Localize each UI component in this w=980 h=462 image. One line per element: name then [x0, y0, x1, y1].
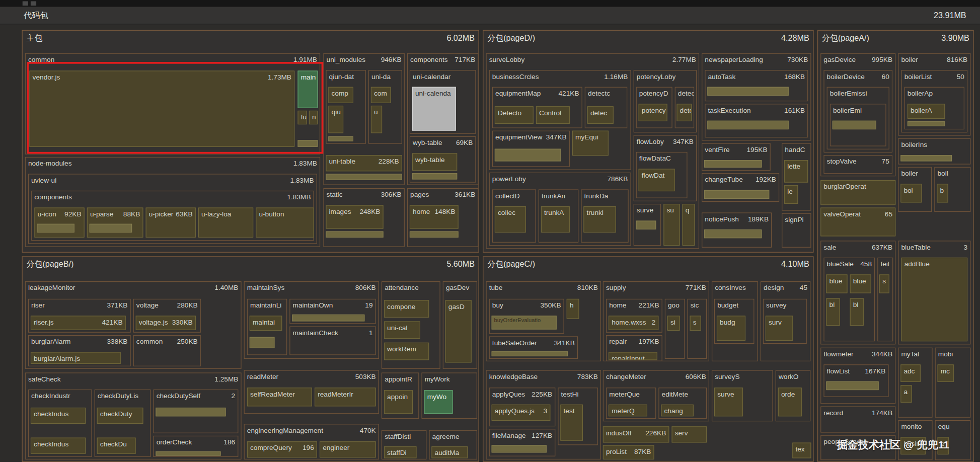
treemap-root-header[interactable]: 代码包 23.91MB — [0, 7, 980, 25]
treemap-node-uni-calenda[interactable]: uni-calenda — [412, 87, 456, 131]
treemap-node-potency[interactable]: potency — [639, 104, 667, 121]
treemap-node-checkindus[interactable]: checkIndus — [31, 438, 86, 454]
treemap-node-checkduty[interactable]: checkDuty — [97, 408, 143, 424]
treemap-node-riser.js[interactable]: riser.js421KB — [31, 316, 126, 330]
treemap-node-u-icon[interactable]: u-icon92KB — [34, 207, 84, 238]
treemap-node-uni-table[interactable]: uni-table228KB — [326, 155, 402, 171]
treemap-node-feil[interactable]: feil — [877, 258, 893, 341]
node-label: changeTube — [705, 175, 743, 184]
treemap-node-mytal[interactable]: myTal — [898, 348, 932, 418]
node-size: 50 — [957, 72, 964, 81]
treemap-node-checkindus[interactable]: checkIndus — [31, 408, 86, 424]
treemap-node-surve[interactable]: surve — [714, 388, 743, 416]
treemap-node-test[interactable]: test — [560, 405, 583, 441]
treemap-node-images[interactable]: images248KB — [326, 205, 383, 228]
treemap-node-budg[interactable]: budg — [717, 316, 745, 341]
treemap-node-addblue[interactable]: addBlue — [901, 258, 967, 341]
treemap-node-mc[interactable]: mc — [938, 364, 954, 382]
treemap-node-applyques.js[interactable]: applyQues.js3 — [492, 405, 551, 421]
treemap-node-stopvalve[interactable]: stopValve75 — [823, 155, 892, 174]
treemap-node-dete[interactable]: dete — [676, 104, 692, 121]
treemap-node-qiu[interactable]: qiu — [328, 106, 343, 133]
treemap-node-blue[interactable]: blue — [826, 274, 847, 293]
treemap-node-valveoperat[interactable]: valveOperat65 — [820, 207, 895, 236]
treemap-node-su[interactable]: su — [663, 204, 680, 246]
treemap-node-bl[interactable]: bl — [826, 298, 840, 326]
treemap-node-mobi[interactable]: mobi — [935, 348, 971, 418]
treemap-node-u[interactable]: u — [371, 106, 382, 133]
treemap-node-auditma[interactable]: auditMa — [431, 446, 468, 458]
treemap-node-orde[interactable]: orde — [778, 388, 802, 416]
treemap-node-appoin[interactable]: appoin — [384, 390, 413, 414]
treemap-node-flowlist[interactable]: flowList167KB — [823, 364, 888, 397]
treemap-node-buyorderevaluatio[interactable]: buyOrderEvaluatio — [492, 316, 557, 329]
treemap-node-tex[interactable]: tex — [792, 442, 811, 458]
treemap-node-compone[interactable]: compone — [384, 300, 429, 318]
treemap-node-detecto[interactable]: Detecto — [495, 106, 534, 124]
node-size: 6.02MB — [446, 33, 475, 44]
treemap-node-maintaincheck[interactable]: maintainCheck1 — [289, 326, 375, 355]
treemap-node-bl[interactable]: bl — [850, 298, 864, 326]
treemap-node-boilera[interactable]: boilerA — [908, 104, 945, 119]
treemap-node-main[interactable]: main — [297, 70, 318, 108]
treemap-node-wyb-table[interactable]: wyb-table — [412, 153, 457, 171]
treemap-node-flowdat[interactable]: flowDat — [639, 169, 675, 191]
treemap-node-chang[interactable]: chang — [661, 405, 694, 417]
treemap-node-staffdi[interactable]: staffDi — [384, 446, 417, 458]
treemap-node-a[interactable]: a — [900, 385, 912, 403]
treemap-node-q[interactable]: q — [683, 204, 695, 246]
treemap-node-blue[interactable]: blue — [850, 274, 871, 293]
treemap-node-voltage.js[interactable]: voltage.js330KB — [136, 316, 196, 330]
treemap-node-home[interactable]: home148KB — [410, 205, 459, 228]
treemap-node-record[interactable]: record174KB — [820, 406, 895, 432]
treemap-node-selfreadmeter[interactable]: selfReadMeter — [247, 388, 312, 406]
treemap-node-trunkl[interactable]: trunkl — [583, 206, 616, 233]
treemap-node-burglaroperat[interactable]: burglarOperat — [820, 180, 895, 205]
treemap-node-adc[interactable]: adc — [900, 364, 921, 382]
treemap-node-comprequery[interactable]: compreQuery196 — [247, 441, 317, 457]
treemap-node-prolist[interactable]: proList87KB — [603, 445, 654, 459]
treemap-node-meterq[interactable]: meterQ — [609, 405, 647, 417]
treemap-node-autotask[interactable]: autoTask168KB — [705, 70, 808, 101]
treemap-node-engineer[interactable]: engineer — [320, 441, 376, 457]
treemap-node-comp[interactable]: comp — [328, 87, 353, 103]
treemap-node-serv[interactable]: serv — [671, 426, 707, 442]
treemap-canvas[interactable]: 主包6.02MBcommon1.91MBvendor.js1.73MBmainf… — [0, 0, 980, 462]
treemap-node-u-picker[interactable]: u-picker63KB — [146, 207, 196, 238]
treemap-node-lette[interactable]: lette — [784, 160, 808, 183]
treemap-node-maintai[interactable]: maintai — [250, 316, 282, 331]
treemap-node-h[interactable]: h — [567, 299, 579, 319]
treemap-node-repairinput[interactable]: repairInput — [609, 352, 657, 360]
treemap-node-control[interactable]: Control — [536, 106, 570, 124]
treemap-node-le[interactable]: le — [784, 185, 798, 204]
treemap-node-s[interactable]: s — [690, 316, 701, 331]
treemap-node-checkdu[interactable]: checkDu — [97, 438, 136, 454]
treemap-node-u-parse[interactable]: u-parse88KB — [87, 207, 143, 238]
treemap-node-com[interactable]: com — [371, 87, 391, 103]
node-size: 250KB — [177, 337, 198, 346]
treemap-node-vendor.js[interactable]: vendor.js1.73MB — [29, 70, 294, 147]
treemap-node-b[interactable]: b — [937, 184, 948, 202]
treemap-node-n[interactable]: n — [309, 111, 318, 124]
treemap-node-surv[interactable]: surv — [766, 316, 793, 341]
treemap-node-mywo[interactable]: myWo — [424, 390, 453, 414]
treemap-node-common[interactable]: common250KB — [133, 335, 201, 366]
treemap-node-myequi[interactable]: myEqui — [572, 131, 609, 156]
treemap-node-si[interactable]: si — [667, 316, 680, 331]
treemap-node-indusoff[interactable]: indusOff226KB — [603, 426, 669, 442]
treemap-node-readmeterir[interactable]: readMeterIr — [315, 388, 376, 406]
treemap-node-trunka[interactable]: trunkA — [541, 206, 570, 233]
treemap-node-detec[interactable]: detec — [587, 106, 614, 124]
treemap-node-workrem[interactable]: workRem — [384, 343, 429, 360]
treemap-node-burglaralarm.js[interactable]: burglarAlarm.js — [31, 352, 121, 364]
treemap-node-uni-cal[interactable]: uni-cal — [384, 321, 420, 339]
treemap-node-fu[interactable]: fu — [297, 111, 307, 124]
treemap-node-collec[interactable]: collec — [495, 206, 526, 233]
treemap-node-u-lazy-loa[interactable]: u-lazy-loa — [198, 207, 253, 238]
treemap-node-s[interactable]: s — [879, 274, 889, 293]
treemap-node-boi[interactable]: boi — [900, 184, 922, 202]
treemap-node-signpi[interactable]: signPi — [782, 213, 811, 248]
treemap-node-gasd[interactable]: gasD — [445, 300, 472, 362]
treemap-node-u-button[interactable]: u-button — [256, 207, 314, 238]
treemap-node-home.wxss[interactable]: home.wxss2 — [609, 316, 658, 330]
